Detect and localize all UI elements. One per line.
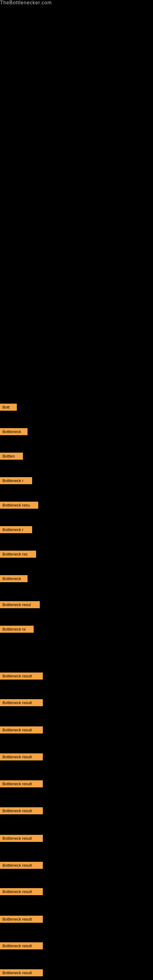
bottleneck-result-item: Bottleneck result bbox=[0, 835, 43, 842]
bottleneck-result-item: Bottlen bbox=[0, 453, 23, 460]
bottleneck-result-item: Bottleneck r bbox=[0, 477, 32, 484]
bottleneck-result-item: Bottleneck result bbox=[0, 888, 43, 895]
bottleneck-result-item: Bott bbox=[0, 404, 17, 411]
bottleneck-result-item: Bottleneck result bbox=[0, 753, 43, 760]
bottleneck-result-item: Bottleneck result bbox=[0, 942, 43, 950]
bottleneck-result-item: Bottleneck result bbox=[0, 807, 43, 814]
bottleneck-result-item: Bottleneck result bbox=[0, 916, 43, 923]
bottleneck-result-item: Bottleneck result bbox=[0, 862, 43, 869]
bottleneck-result-item: Bottleneck result bbox=[0, 726, 43, 733]
bottleneck-result-item: Bottleneck resu bbox=[0, 502, 38, 509]
bottleneck-result-item: Bottleneck bbox=[0, 428, 27, 435]
bottleneck-result-item: Bottleneck resul bbox=[0, 601, 40, 608]
bottleneck-result-item: Bottleneck result bbox=[0, 780, 43, 788]
bottleneck-result-item: Bottleneck bbox=[0, 575, 27, 582]
bottleneck-result-item: Bottleneck result bbox=[0, 673, 43, 679]
bottleneck-result-item: Bottleneck result bbox=[0, 699, 43, 706]
site-title: TheBottlenecker.com bbox=[0, 0, 52, 5]
bottleneck-result-item: Bottleneck res bbox=[0, 550, 36, 558]
bottleneck-result-item: Bottleneck result bbox=[0, 969, 43, 976]
bottleneck-result-item: Bottleneck re bbox=[0, 626, 33, 633]
bottleneck-result-item: Bottleneck r bbox=[0, 526, 32, 533]
